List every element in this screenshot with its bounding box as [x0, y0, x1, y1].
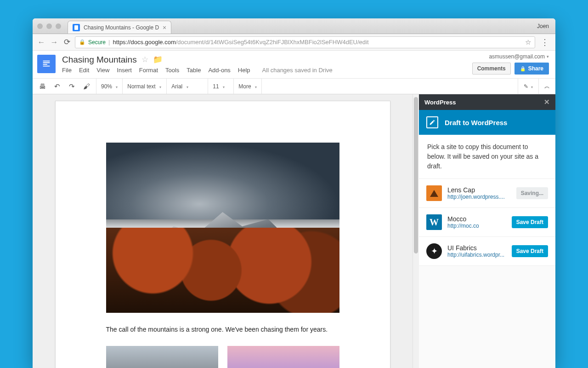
site-name: UI Fabrics [447, 244, 506, 252]
site-row-mocco: Mocco http://moc.co Save Draft [419, 208, 555, 237]
comments-button[interactable]: Comments [472, 63, 511, 75]
account-email[interactable]: asmussen@gmail.com [489, 53, 549, 60]
traffic-lights[interactable] [37, 23, 61, 29]
menu-table[interactable]: Table [187, 67, 201, 74]
document-page: The call of the mountains is a strong on… [55, 101, 390, 368]
editing-mode[interactable]: ✎ [518, 79, 539, 94]
menu-view[interactable]: View [96, 67, 109, 74]
sidebar-header: WordPress ✕ [419, 94, 555, 110]
omnibox[interactable]: 🔒 Secure | https://docs.google.com/docum… [75, 36, 535, 48]
docs-logo-icon[interactable] [37, 55, 56, 73]
browser-tab[interactable]: Chasing Mountains - Google D × [68, 21, 171, 34]
reload-button[interactable]: ⟳ [62, 37, 72, 47]
forward-button[interactable]: → [49, 38, 59, 47]
save-draft-button[interactable]: Save Draft [512, 245, 548, 257]
document-title[interactable]: Chasing Mountains [62, 55, 137, 65]
save-status: All changes saved in Drive [262, 67, 333, 74]
site-row-uifabrics: UI Fabrics http://uifabrics.wordpr... Sa… [419, 237, 555, 266]
move-folder-icon[interactable]: 📁 [153, 55, 163, 64]
menu-insert[interactable]: Insert [117, 67, 132, 74]
site-avatar-icon [426, 185, 442, 201]
secure-label: Secure [88, 39, 106, 46]
more-toolbar[interactable]: More [238, 83, 257, 90]
docs-toolbar: 🖶 ↶ ↷ 🖌 90% Normal text Arial 11 More ✎ … [33, 78, 555, 94]
url-text: https://docs.google.com/document/d/14tWG… [113, 39, 368, 46]
paint-format-icon[interactable]: 🖌 [82, 82, 90, 90]
sidebar-banner: Draft to WordPress [419, 110, 555, 135]
menu-file[interactable]: File [62, 67, 72, 74]
menu-help[interactable]: Help [238, 67, 250, 74]
menu-edit[interactable]: Edit [79, 67, 89, 74]
chrome-menu-icon[interactable]: ⋮ [538, 37, 552, 47]
zoom-select[interactable]: 90% [101, 83, 118, 90]
site-url[interactable]: http://moc.co [447, 223, 506, 229]
document-canvas[interactable]: The call of the mountains is a strong on… [33, 94, 413, 368]
save-draft-button[interactable]: Save Draft [512, 216, 548, 228]
image-thumb-2[interactable] [227, 346, 339, 368]
body-paragraph[interactable]: The call of the mountains is a strong on… [106, 326, 339, 333]
site-name: Mocco [447, 215, 506, 223]
lock-icon: 🔒 [79, 39, 85, 45]
chrome-profile-name[interactable]: Joen [537, 23, 549, 29]
font-select[interactable]: Arial [171, 83, 188, 90]
menu-bar: File Edit View Insert Format Tools Table… [62, 67, 472, 74]
tab-close-icon[interactable]: × [163, 24, 166, 31]
docs-header: Chasing Mountains ☆ 📁 File Edit View Ins… [33, 51, 555, 94]
pencil-icon: ✎ [524, 83, 528, 90]
site-url[interactable]: http://joen.wordpress.... [447, 194, 511, 200]
sidebar-banner-title: Draft to WordPress [445, 119, 507, 126]
saving-status: Saving... [516, 187, 548, 199]
window-titlebar: Chasing Mountains - Google D × Joen [33, 18, 555, 34]
menu-addons[interactable]: Add-ons [208, 67, 230, 74]
share-button[interactable]: Share [514, 63, 549, 75]
collapse-toolbar-icon[interactable]: ︽ [539, 79, 555, 94]
site-avatar-icon [426, 214, 442, 230]
sidebar-instructions: Pick a site to copy this document to bel… [419, 135, 555, 179]
fontsize-select[interactable]: 11 [213, 83, 225, 90]
print-icon[interactable]: 🖶 [38, 82, 46, 90]
site-name: Lens Cap [447, 186, 511, 194]
close-sidebar-icon[interactable]: ✕ [544, 98, 550, 106]
redo-icon[interactable]: ↷ [68, 82, 76, 91]
hero-image[interactable] [106, 143, 339, 313]
address-bar-row: ← → ⟳ 🔒 Secure | https://docs.google.com… [33, 34, 555, 51]
sidebar-title: WordPress [424, 99, 456, 106]
back-button[interactable]: ← [36, 38, 46, 47]
bookmark-star-icon[interactable]: ☆ [525, 38, 531, 46]
site-row-lenscap: Lens Cap http://joen.wordpress.... Savin… [419, 179, 555, 208]
vertical-scrollbar[interactable] [413, 94, 419, 368]
menu-tools[interactable]: Tools [165, 67, 179, 74]
browser-window: Chasing Mountains - Google D × Joen ← → … [33, 18, 555, 368]
draft-icon [426, 116, 438, 128]
tab-title: Chasing Mountains - Google D [84, 24, 159, 31]
site-url[interactable]: http://uifabrics.wordpr... [447, 252, 506, 258]
site-avatar-icon [426, 243, 442, 259]
star-document-icon[interactable]: ☆ [141, 55, 148, 64]
image-thumb-1[interactable] [106, 346, 218, 368]
undo-icon[interactable]: ↶ [53, 82, 61, 91]
docs-favicon-icon [73, 24, 80, 31]
wordpress-sidebar: WordPress ✕ Draft to WordPress Pick a si… [419, 94, 555, 368]
menu-format[interactable]: Format [139, 67, 158, 74]
style-select[interactable]: Normal text [127, 83, 161, 90]
